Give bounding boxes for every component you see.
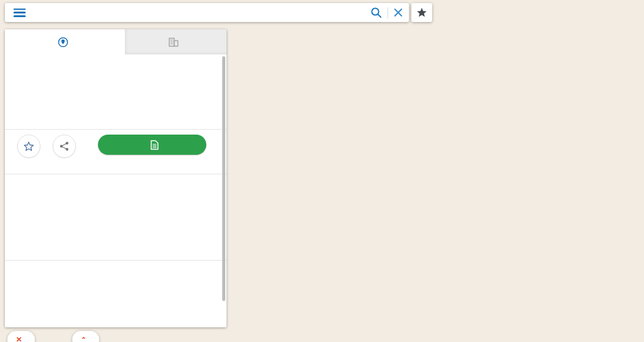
close-icon[interactable] xyxy=(394,8,403,17)
share-button[interactable] xyxy=(53,135,76,158)
field-risks xyxy=(14,210,222,220)
divider xyxy=(388,7,388,18)
add-to-list-button[interactable] xyxy=(17,135,40,158)
building-icon xyxy=(168,37,179,47)
tab-building[interactable] xyxy=(125,29,227,54)
star-icon xyxy=(416,7,427,18)
hide-panel-button[interactable]: ✕ xyxy=(7,331,35,342)
show-less-button[interactable]: ⌃ xyxy=(72,331,99,342)
chevron-up-icon: ⌃ xyxy=(81,336,87,342)
favorites-button[interactable] xyxy=(411,3,432,22)
field-label xyxy=(14,210,100,220)
divider xyxy=(5,174,227,174)
search-bar-icons xyxy=(370,7,403,18)
search-bar xyxy=(5,3,409,22)
panel-scrollbar[interactable] xyxy=(222,56,225,301)
star-outline-icon xyxy=(23,141,34,152)
info-panel xyxy=(5,29,227,327)
search-input[interactable] xyxy=(33,7,370,18)
panel-tabs xyxy=(5,29,227,54)
object-documents-button[interactable] xyxy=(98,135,206,155)
share-icon xyxy=(59,141,69,151)
location-pin-icon xyxy=(58,37,69,48)
divider xyxy=(5,129,227,130)
tab-land-parcel[interactable] xyxy=(5,29,125,54)
search-icon[interactable] xyxy=(370,7,382,18)
divider xyxy=(5,260,227,261)
cadastral-map-app: ✕ ⌃ xyxy=(0,0,644,342)
close-icon: ✕ xyxy=(16,335,23,342)
menu-icon[interactable] xyxy=(13,9,26,17)
document-icon xyxy=(151,140,159,150)
